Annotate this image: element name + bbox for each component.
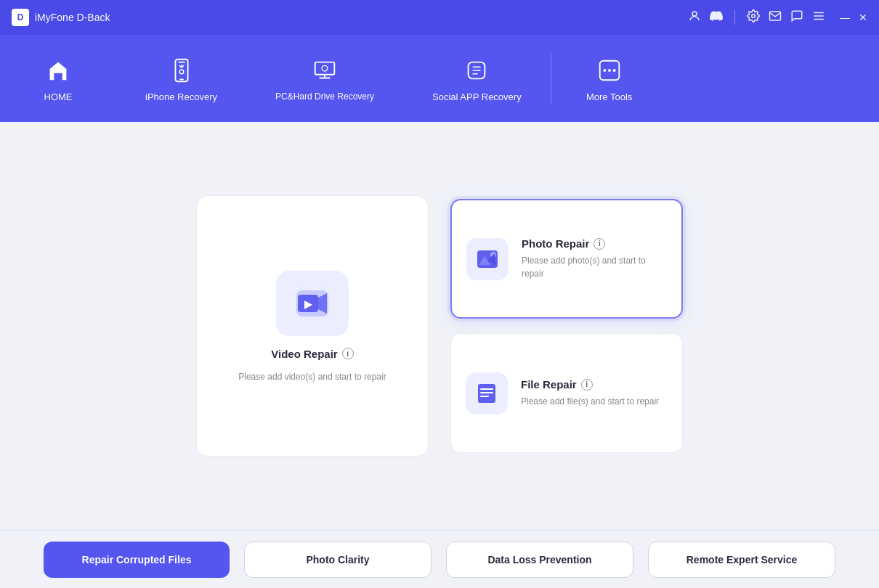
svg-point-13 — [612, 69, 615, 72]
file-repair-title: File Repair i — [521, 378, 659, 391]
nav-item-more[interactable]: More Tools — [551, 35, 668, 122]
nav-label-home: HOME — [44, 91, 73, 102]
minimize-button[interactable]: — — [840, 12, 850, 23]
main-content: Video Repair i Please add video(s) and s… — [0, 122, 879, 530]
video-repair-card[interactable]: Video Repair i Please add video(s) and s… — [196, 195, 429, 457]
mail-icon[interactable] — [769, 9, 782, 25]
iphone-icon — [166, 55, 197, 86]
bottom-bar: Repair Corrupted Files Photo Clarity Dat… — [0, 530, 879, 588]
photo-repair-title: Photo Repair i — [522, 237, 667, 250]
photo-clarity-button[interactable]: Photo Clarity — [244, 542, 432, 578]
nav-item-pc[interactable]: PC&Hard Drive Recovery — [246, 35, 403, 122]
svg-point-8 — [322, 65, 328, 71]
title-bar-left: D iMyFone D-Back — [12, 9, 110, 26]
file-repair-desc: Please add file(s) and start to repair — [521, 395, 659, 408]
repair-corrupted-button[interactable]: Repair Corrupted Files — [44, 542, 230, 578]
window-controls: — ✕ — [840, 12, 867, 23]
titlebar-divider — [734, 10, 735, 25]
app-title: iMyFone D-Back — [35, 12, 110, 23]
close-button[interactable]: ✕ — [859, 12, 867, 23]
photo-info-icon[interactable]: i — [594, 238, 605, 250]
discord-icon[interactable] — [710, 9, 723, 25]
settings-icon[interactable] — [747, 9, 760, 25]
person-icon[interactable] — [688, 9, 701, 25]
file-repair-card[interactable]: File Repair i Please add file(s) and sta… — [450, 333, 683, 453]
file-icon-wrap — [466, 372, 508, 415]
nav-label-more: More Tools — [586, 91, 632, 102]
video-repair-title: Video Repair i — [271, 348, 353, 360]
nav-label-iphone: iPhone Recovery — [145, 91, 217, 102]
home-icon — [43, 55, 73, 86]
nav-item-social[interactable]: Social APP Recovery — [403, 35, 551, 122]
nav-item-home[interactable]: HOME — [0, 35, 116, 122]
file-repair-content: File Repair i Please add file(s) and sta… — [521, 378, 659, 408]
pc-icon — [309, 55, 340, 86]
data-loss-prevention-button[interactable]: Data Loss Prevention — [446, 542, 633, 578]
nav-item-iphone[interactable]: iPhone Recovery — [116, 35, 246, 122]
svg-point-12 — [608, 69, 611, 72]
remote-expert-button[interactable]: Remote Expert Service — [648, 542, 835, 578]
svg-point-1 — [752, 15, 756, 18]
svg-point-11 — [603, 69, 606, 72]
svg-rect-7 — [315, 62, 335, 75]
social-icon — [461, 55, 492, 86]
video-repair-desc: Please add video(s) and start to repair — [238, 372, 386, 382]
cards-right: Photo Repair i Please add photo(s) and s… — [450, 199, 683, 453]
svg-point-0 — [692, 12, 697, 16]
chat-icon[interactable] — [790, 9, 803, 25]
photo-repair-content: Photo Repair i Please add photo(s) and s… — [522, 237, 667, 280]
file-info-icon[interactable]: i — [581, 379, 593, 391]
photo-icon-wrap — [466, 238, 509, 280]
video-icon-wrap — [276, 271, 349, 336]
nav-label-social: Social APP Recovery — [432, 91, 522, 102]
video-info-icon[interactable]: i — [342, 348, 354, 359]
title-bar-right: — ✕ — [688, 9, 867, 25]
nav-bar: HOME iPhone Recovery PC&Hard Drive Recov… — [0, 35, 879, 122]
photo-repair-card[interactable]: Photo Repair i Please add photo(s) and s… — [450, 199, 683, 319]
title-bar: D iMyFone D-Back — [0, 0, 879, 35]
app-logo: D — [12, 9, 29, 26]
svg-point-6 — [179, 70, 184, 74]
menu-icon[interactable] — [812, 9, 825, 25]
more-icon — [594, 55, 625, 86]
nav-label-pc: PC&Hard Drive Recovery — [275, 91, 374, 102]
photo-repair-desc: Please add photo(s) and start to repair — [522, 254, 667, 280]
